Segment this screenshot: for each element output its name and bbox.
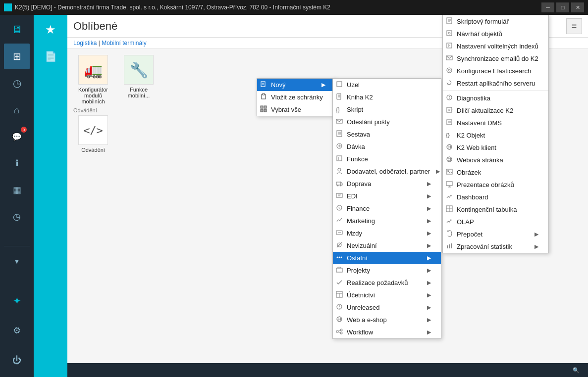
sidebar-item-calendar[interactable]: ▦	[4, 177, 30, 203]
svg-line-54	[338, 330, 340, 331]
pivot-icon	[446, 205, 453, 214]
svg-rect-5	[261, 106, 263, 108]
svg-point-61	[448, 32, 450, 34]
minimize-button[interactable]: ─	[541, 2, 554, 12]
sidebar-item-down[interactable]: ▼	[4, 248, 30, 274]
mzdy-arrow: ▶	[421, 230, 431, 236]
sidebar-item-clock[interactable]: ◷	[4, 204, 30, 230]
sidebar-item-history[interactable]: ◷	[4, 70, 30, 96]
tab-favorites[interactable]: ★	[38, 17, 63, 43]
menu-item-novy[interactable]: Nový ▶	[257, 79, 335, 91]
svg-line-55	[338, 332, 340, 333]
sidebar-item-info[interactable]: ℹ	[4, 150, 30, 176]
menu-item-webova-stranka[interactable]: Webová stránka	[443, 154, 548, 166]
menu-item-odesilani[interactable]: Odeslání pošty	[333, 116, 441, 128]
menu-item-olap[interactable]: OLAP	[443, 216, 548, 228]
elasticsearch-label: Konfigurace Elasticsearch	[457, 67, 531, 75]
menu-item-k2objekt[interactable]: {} K2 Objekt	[443, 129, 548, 141]
sidebar-item-monitor[interactable]: 🖥	[4, 17, 30, 43]
skriptovy-formular-label: Skriptový formulář	[457, 18, 509, 25]
webpage-icon	[446, 156, 453, 164]
svg-point-81	[448, 157, 451, 162]
odvadeni-label: Odvádění	[81, 147, 105, 153]
svg-rect-84	[446, 169, 452, 174]
nastaveni-indexu-label: Nastavení volitelných indexů	[457, 43, 538, 50]
sestava-label: Sestava	[347, 131, 370, 138]
svg-rect-92	[447, 245, 448, 248]
svg-rect-8	[264, 109, 267, 112]
close-button[interactable]: ✕	[571, 2, 584, 12]
menu-item-sync-email[interactable]: Synchronizace emailů do K2	[443, 52, 548, 65]
menu-item-uzel[interactable]: Uzel	[333, 79, 441, 91]
hamburger-button[interactable]: ≡	[566, 18, 582, 34]
web-icon	[336, 316, 343, 324]
menu-item-vybrat[interactable]: Vybrat vše	[257, 103, 335, 116]
k2obj-icon: {}	[446, 133, 450, 138]
k2objekt-label: K2 Objekt	[457, 132, 485, 139]
elasticsearch-icon	[446, 67, 453, 75]
menu-item-skript[interactable]: {} Skript	[333, 103, 441, 116]
svg-point-67	[447, 68, 452, 73]
menu-item-workflow[interactable]: Workflow ▶	[333, 326, 441, 338]
breadcrumb-mobilni[interactable]: Mobilní terminály	[102, 40, 147, 47]
sidebar-item-starnetwork[interactable]: ✦	[4, 288, 30, 314]
menu-item-davka[interactable]: Dávka	[333, 141, 441, 153]
menu-item-kniha[interactable]: Kniha K2	[333, 91, 441, 103]
menu-item-restart[interactable]: Restart aplikačního serveru	[443, 77, 548, 90]
menu-item-kontingencni[interactable]: Kontingenční tabulka	[443, 203, 548, 216]
menu-item-ucetnictvi[interactable]: Účetnictví ▶	[333, 289, 441, 301]
breadcrumb-logistika[interactable]: Logistika	[73, 40, 97, 47]
icon-funkce[interactable]: 🔧 Funkce mobilní...	[119, 55, 159, 104]
menu-item-prepocet[interactable]: Přepočet ▶	[443, 228, 548, 240]
svg-rect-60	[447, 31, 452, 36]
menu-item-unreleased[interactable]: Unreleased ▶	[333, 301, 441, 314]
menu-item-nevizualni[interactable]: Nevizuální ▶	[333, 239, 441, 252]
menu-item-diagnostika[interactable]: Diagnostika	[443, 92, 548, 104]
icon-konfigurator[interactable]: 🚛 Konfigurátor modulů mobilních	[73, 55, 113, 104]
svg-point-40	[341, 257, 342, 258]
menu-item-elasticsearch[interactable]: Konfigurace Elasticsearch	[443, 65, 548, 77]
sidebar-item-settings[interactable]: ⚙	[4, 318, 30, 343]
search-button[interactable]: 🔍	[570, 364, 582, 376]
unreleased-icon	[336, 303, 343, 312]
restart-icon	[446, 79, 453, 88]
menu-item-realizace[interactable]: Realizace požadavků ▶	[333, 277, 441, 289]
menu-item-ostatni[interactable]: Ostatní ▶	[333, 252, 441, 264]
icon-odvadeni[interactable]: </> Odvádění	[73, 115, 113, 153]
nevizualni-label: Nevizuální	[347, 242, 377, 249]
svg-rect-6	[264, 106, 267, 108]
menu-item-dilci-aktualizace[interactable]: K2 Dílčí aktualizace K2	[443, 104, 548, 117]
menu-item-navrhár[interactable]: Návrhář objektů	[443, 28, 548, 40]
menu-item-k2web[interactable]: K2 Web klient	[443, 141, 548, 154]
transport-icon	[336, 180, 343, 188]
svg-point-24	[338, 168, 341, 171]
menu-item-vlozit[interactable]: Vložit ze schránky	[257, 91, 335, 103]
menu-item-obrazek[interactable]: Obrázek	[443, 166, 548, 179]
menu-item-finance[interactable]: $ Finance ▶	[333, 202, 441, 215]
sidebar-item-power[interactable]: ⏻	[4, 347, 30, 373]
menu-item-prezentace[interactable]: Prezentace obrázků	[443, 179, 548, 191]
sidebar-item-grid[interactable]: ⊞	[4, 44, 30, 69]
menu-item-sestava[interactable]: Sestava	[333, 128, 441, 141]
menu-item-skriptovy-formular[interactable]: Skriptový formulář	[443, 15, 548, 28]
menu-item-nastaveni-indexu[interactable]: Nastavení volitelných indexů	[443, 40, 548, 52]
menu-item-nastaveni-dms[interactable]: Nastavení DMS	[443, 117, 548, 129]
tab-pages[interactable]: 📄	[38, 44, 63, 69]
maximize-button[interactable]: □	[556, 2, 569, 12]
svg-point-80	[447, 157, 452, 162]
svg-point-39	[339, 257, 340, 258]
svg-rect-15	[337, 131, 342, 137]
sidebar-item-chat[interactable]: 💬 0	[4, 124, 30, 149]
menu-item-marketing[interactable]: Marketing ▶	[333, 215, 441, 227]
menu-item-projekty[interactable]: Projekty ▶	[333, 264, 441, 277]
menu-item-funkce[interactable]: f Funkce	[333, 153, 441, 165]
menu-item-dodavatel[interactable]: Dodavatel, odběratel, partner ▶	[333, 165, 441, 178]
menu-item-edi[interactable]: EDI ▶	[333, 190, 441, 202]
sidebar-tab: ★ 📄	[34, 15, 67, 377]
sidebar-item-home[interactable]: ⌂	[4, 97, 30, 123]
menu-item-dashboard[interactable]: Dashboard	[443, 191, 548, 203]
menu-item-mzdy[interactable]: Mzdy ▶	[333, 227, 441, 239]
menu-item-web[interactable]: Web a e-shop ▶	[333, 314, 441, 326]
menu-item-zpracovani-statistik[interactable]: Zpracování statistik ▶	[443, 240, 548, 253]
menu-item-doprava[interactable]: Doprava ▶	[333, 178, 441, 190]
